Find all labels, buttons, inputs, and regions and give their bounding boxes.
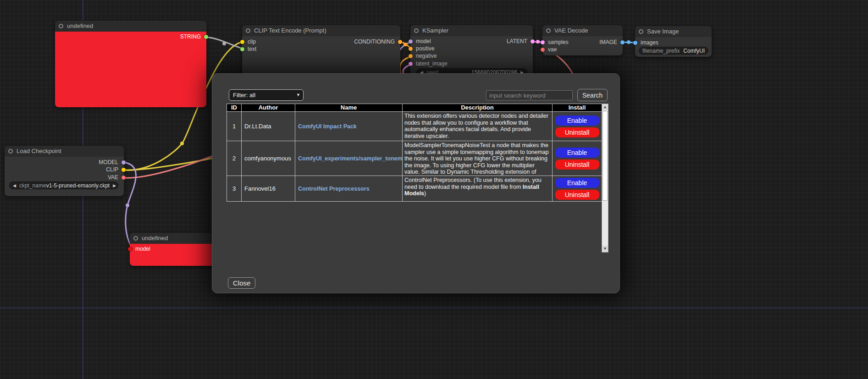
widget-prev-icon[interactable]: ◀ [13,183,16,188]
node-title: Save Image [635,26,712,37]
input-slot: model [410,38,431,44]
collapse-dot-icon[interactable] [546,28,551,33]
uninstall-button[interactable]: Uninstall [555,190,599,200]
widget-next-icon[interactable]: ▶ [113,183,116,188]
close-button[interactable]: Close [228,277,255,289]
node-undefined-bottom[interactable]: undefined model [130,233,216,266]
node-vae-decode[interactable]: VAE Decode samples vae IMAGE [542,25,623,55]
error-node-body [55,32,206,107]
uninstall-button[interactable]: Uninstall [555,127,599,137]
collapse-dot-icon[interactable] [59,24,63,28]
scrollbar-thumb[interactable] [603,111,608,201]
input-slot-dot[interactable] [633,41,637,45]
extension-table: ID Author Name Description Install 1 Dr.… [227,104,602,202]
input-slot-dot[interactable] [409,54,413,58]
node-title-label: Load Checkpoint [17,148,61,154]
widget-value: v1-5-pruned-emaonly.ckpt [46,182,110,189]
node-title-label: undefined [67,22,93,29]
collapse-dot-icon[interactable] [246,28,250,33]
slot-label: text [248,46,256,52]
collapse-dot-icon[interactable] [133,236,138,241]
filter-select[interactable]: Filter: all [229,89,304,101]
cell-description: This extension offers various detector n… [403,112,553,141]
slot-label: IMAGE [599,39,617,45]
input-slot-dot[interactable] [409,39,413,44]
extension-link[interactable]: ComfyUI Impact Pack [298,123,357,130]
input-slot: negative [410,53,437,59]
node-ksampler[interactable]: KSampler model positive negative latent_… [410,25,533,80]
output-slot-dot[interactable] [122,160,126,165]
search-button[interactable]: Search [577,89,608,101]
enable-button[interactable]: Enable [555,178,599,188]
output-slot-dot[interactable] [122,168,126,172]
node-title: Load Checkpoint [5,146,124,157]
slot-label: CLIP [106,166,118,173]
node-title: undefined [55,21,206,32]
slot-label: model [416,38,431,44]
header-name: Name [295,104,403,112]
header-id: ID [227,104,242,112]
node-title-label: KSampler [422,27,448,34]
input-slot-dot[interactable] [240,47,244,51]
enable-button[interactable]: Enable [555,148,599,158]
cell-name: ControlNet Preprocessors [295,176,403,202]
extension-row: 2 comfyanonymous ComfyUI_experiments/sam… [227,141,602,176]
input-slot-dot[interactable] [240,40,244,44]
cell-id: 3 [227,176,242,202]
node-title-label: VAE Decode [554,27,588,34]
input-slot: text [242,46,256,52]
output-slot: STRING [180,33,206,40]
widget-value: ComfyUI [683,48,705,54]
output-slot: LATENT [507,38,533,44]
scroll-up-icon[interactable]: ▲ [602,104,608,110]
output-slot-dot[interactable] [398,40,402,44]
cell-author: comfyanonymous [242,141,295,176]
cell-install: Enable Uninstall [553,176,602,202]
manager-dialog: Filter: all ▼ Search ID Author Name Desc… [212,73,620,293]
slot-label: samples [548,39,569,45]
cell-install: Enable Uninstall [553,112,602,141]
input-slot: samples [542,39,569,45]
slot-label: positive [416,45,435,52]
filename-prefix-widget[interactable]: filename_prefix ComfyUI [639,47,708,55]
input-slot-dot[interactable] [409,47,413,51]
search-input[interactable] [486,90,573,100]
output-slot: VAE [108,174,124,181]
node-save-image[interactable]: Save Image images filename_prefix ComfyU… [635,26,712,57]
input-slot-dot[interactable] [409,62,413,66]
scrollbar-track[interactable] [602,201,608,246]
node-canvas[interactable]: undefined STRING CLIP Text Encode (Promp… [0,0,868,379]
cell-id: 2 [227,141,242,176]
node-title: undefined [130,233,216,244]
enable-button[interactable]: Enable [555,115,599,126]
input-slot-dot[interactable] [541,48,545,52]
table-scrollbar[interactable]: ▲ ▼ [602,104,608,253]
uninstall-button[interactable]: Uninstall [555,159,599,170]
node-undefined-top[interactable]: undefined STRING [55,21,206,107]
extension-link[interactable]: ComfyUI_experiments/sampler_tonemap [298,155,403,162]
output-slot-dot[interactable] [204,35,208,39]
scroll-down-icon[interactable]: ▼ [602,246,608,252]
header-install: Install [553,104,602,112]
input-slot-dot[interactable] [541,40,545,44]
ckpt-name-widget[interactable]: ◀ ckpt_name v1-5-pruned-emaonly.ckpt ▶ [9,181,118,189]
node-title: CLIP Text Encode (Prompt) [242,25,400,36]
collapse-dot-icon[interactable] [8,149,13,154]
slot-label: clip [248,38,256,45]
input-slot: clip [242,38,256,45]
collapse-dot-icon[interactable] [414,28,419,33]
output-slot-dot[interactable] [122,176,126,180]
node-title: VAE Decode [542,25,623,36]
node-title-label: CLIP Text Encode (Prompt) [254,27,326,34]
slot-label: STRING [180,33,201,40]
output-slot-dot[interactable] [531,39,535,44]
node-load-checkpoint[interactable]: Load Checkpoint MODEL CLIP VAE ◀ ckpt_na… [5,146,124,196]
collapse-dot-icon[interactable] [639,29,643,34]
cell-id: 1 [227,112,242,141]
output-slot-dot[interactable] [620,40,625,44]
slot-label: vae [548,46,557,53]
input-slot-dot[interactable] [128,247,132,251]
slot-label: MODEL [99,159,118,165]
output-slot: IMAGE [599,39,623,45]
extension-link[interactable]: ControlNet Preprocessors [298,186,370,192]
